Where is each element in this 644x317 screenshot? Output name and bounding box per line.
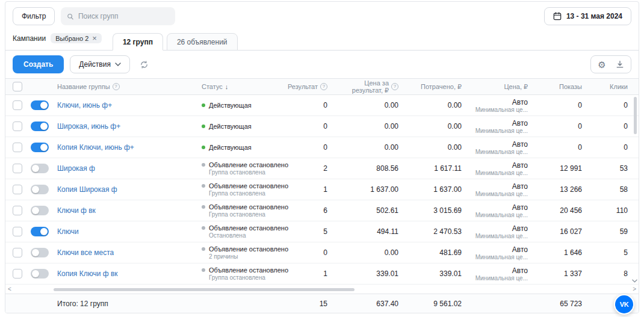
tab-groups[interactable]: 12 групп: [113, 33, 163, 51]
row-checkbox[interactable]: [13, 269, 22, 279]
row-checkbox[interactable]: [13, 206, 22, 215]
price-main: Авто: [512, 98, 528, 106]
row-check-cell: [13, 137, 31, 158]
table-row: Широкая фОбъявление остановленоГруппа ос…: [5, 158, 639, 179]
column-cpr-label: Цена за результат, ₽: [336, 79, 389, 94]
tab-campaigns[interactable]: Кампании Выбрано 2 ×: [13, 31, 102, 50]
scroll-down-icon[interactable]: [632, 274, 637, 285]
group-toggle[interactable]: [31, 100, 49, 110]
row-checkbox[interactable]: [13, 248, 22, 257]
row-toggle-cell: [31, 116, 57, 137]
status-text: Объявление остановлено: [209, 203, 288, 211]
row-checkbox[interactable]: [13, 143, 22, 152]
filter-button[interactable]: Фильтр: [13, 7, 55, 25]
select-all-checkbox[interactable]: [13, 82, 22, 91]
status-line: Объявление остановлено: [202, 224, 288, 232]
search-input[interactable]: [78, 12, 169, 20]
group-name-link[interactable]: Ключи, июнь ф+: [57, 101, 112, 109]
date-range-label: 13 - 31 мая 2024: [566, 12, 622, 20]
group-name-cell: Широкая ф: [57, 158, 202, 179]
group-name-link[interactable]: Ключи: [57, 227, 79, 236]
group-name-link[interactable]: Широкая, июнь ф+: [57, 122, 120, 131]
group-toggle[interactable]: [31, 206, 49, 215]
scroll-left-icon[interactable]: <: [8, 286, 11, 292]
group-name-link[interactable]: Ключи ф вк: [57, 206, 96, 215]
horizontal-scrollbar[interactable]: < >: [5, 286, 639, 294]
clicks-cell: 59: [590, 221, 636, 242]
refresh-button[interactable]: [136, 56, 153, 73]
actions-dropdown[interactable]: Действия: [70, 55, 130, 73]
clicks-cell-value: 5: [624, 248, 628, 257]
clicks-cell: 110: [590, 200, 636, 221]
close-icon[interactable]: ×: [92, 34, 97, 42]
group-price-cell: АвтоМинимальная це...: [470, 116, 536, 137]
group-name-cell: Копия Ключи, июнь ф+: [57, 137, 202, 158]
group-name-link[interactable]: Копия Широкая ф: [57, 185, 117, 194]
price-detail: Минимальная це...: [475, 149, 528, 155]
group-status-cell: Объявление остановленоОстановлена: [202, 221, 291, 242]
tab-ads-label: 26 объявлений: [177, 38, 228, 46]
group-toggle[interactable]: [31, 185, 49, 194]
row-checkbox[interactable]: [13, 122, 22, 131]
group-toggle[interactable]: [31, 143, 49, 152]
scroll-right-icon[interactable]: >: [633, 286, 636, 292]
row-check-cell: [13, 200, 31, 221]
group-toggle[interactable]: [31, 164, 49, 173]
cost-per-result-cell-value: 0.00: [385, 101, 398, 109]
column-cost-per-result[interactable]: Цена за результат, ₽ ?: [336, 79, 407, 94]
create-button[interactable]: Создать: [13, 55, 64, 73]
info-icon: ?: [113, 83, 120, 90]
group-name-link[interactable]: Копия Ключи ф вк: [57, 269, 118, 278]
column-clicks[interactable]: Клики: [590, 79, 636, 94]
result-cell: 0: [291, 242, 336, 263]
column-impressions[interactable]: Показы: [536, 79, 590, 94]
row-checkbox[interactable]: [13, 164, 22, 173]
row-checkbox[interactable]: [13, 100, 22, 110]
group-name-link[interactable]: Ключи все места: [57, 248, 114, 257]
campaigns-selected-chip[interactable]: Выбрано 2 ×: [51, 33, 102, 43]
group-name-cell: Широкая, июнь ф+: [57, 116, 202, 137]
row-toggle-cell: [31, 221, 57, 242]
group-name-link[interactable]: Копия Ключи, июнь ф+: [57, 143, 134, 152]
totals-result: 15: [291, 294, 336, 313]
chevron-down-icon: [115, 63, 121, 66]
vk-support-button[interactable]: VK: [614, 294, 634, 315]
column-result[interactable]: Результат ?: [291, 79, 336, 94]
result-cell-value: 0: [323, 143, 327, 152]
row-toggle-cell: [31, 158, 57, 179]
column-name[interactable]: Название группы ?: [57, 79, 202, 94]
price-main: Авто: [512, 203, 528, 212]
result-cell-value: 0: [323, 101, 327, 109]
toggle-knob: [32, 270, 39, 277]
group-toggle[interactable]: [31, 122, 49, 131]
totals-price: [470, 294, 536, 313]
column-status[interactable]: Статус ↓: [202, 79, 291, 94]
status-detail: 2 причины: [209, 253, 238, 260]
group-name-link[interactable]: Широкая ф: [57, 164, 95, 173]
settings-button[interactable]: ⚙: [594, 57, 610, 72]
row-toggle-cell: [31, 137, 57, 158]
row-checkbox[interactable]: [13, 227, 22, 236]
export-button[interactable]: [612, 57, 628, 72]
column-price[interactable]: Цена, ₽: [470, 79, 536, 94]
header-toggle-cell: [31, 79, 57, 94]
group-toggle[interactable]: [31, 269, 49, 279]
horizontal-scrollbar-thumb[interactable]: [54, 288, 355, 291]
group-status-cell: Объявление остановленоГруппа остановлена: [202, 158, 291, 179]
spent-cell: 339.01: [407, 263, 470, 284]
price-main: Авто: [512, 224, 528, 233]
price-detail: Минимальная це...: [475, 233, 528, 239]
status-dot: [202, 146, 205, 149]
group-name-cell: Ключи, июнь ф+: [57, 95, 202, 115]
column-spent[interactable]: Потрачено, ₽: [407, 79, 470, 94]
group-toggle[interactable]: [31, 227, 49, 236]
price-detail: Минимальная це...: [475, 170, 528, 176]
vertical-scrollbar-thumb[interactable]: [634, 97, 637, 134]
price-main: Авто: [512, 119, 528, 128]
row-checkbox[interactable]: [13, 185, 22, 194]
price-detail: Минимальная це...: [475, 275, 528, 282]
tab-ads[interactable]: 26 объявлений: [167, 33, 238, 51]
group-toggle[interactable]: [31, 248, 49, 257]
date-range-button[interactable]: 13 - 31 мая 2024: [544, 7, 631, 25]
search-box[interactable]: [61, 7, 175, 25]
